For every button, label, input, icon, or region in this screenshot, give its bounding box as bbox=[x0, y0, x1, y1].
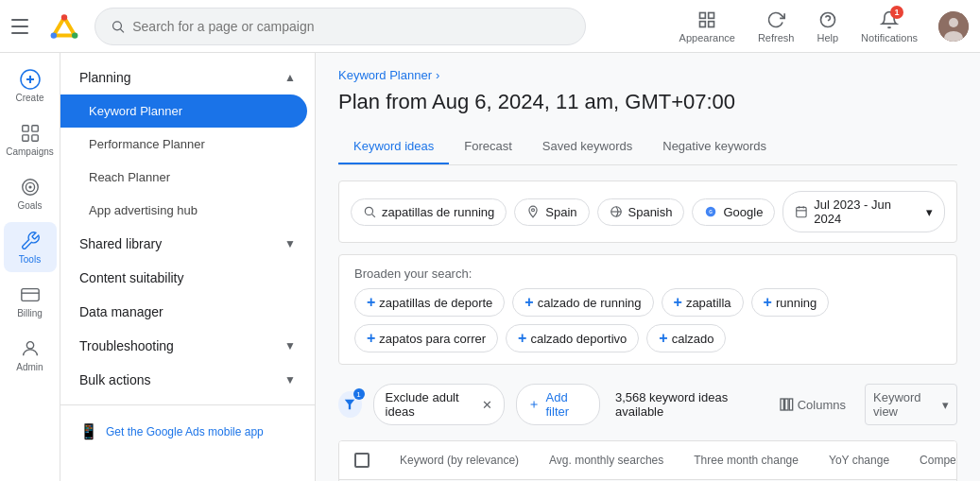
get-app-label: Get the Google Ads mobile app bbox=[106, 425, 264, 438]
broaden-chip-label-5: calzado deportivo bbox=[530, 332, 627, 346]
bulk-actions-label: Bulk actions bbox=[79, 372, 150, 387]
results-bar: 1 Exclude adult ideas ✕ Add filter 3,568… bbox=[338, 376, 957, 433]
remove-filter-icon[interactable]: ✕ bbox=[482, 398, 492, 412]
google-ads-logo bbox=[49, 11, 79, 42]
plus-icon-4: + bbox=[367, 330, 375, 347]
location-filter-value: Spain bbox=[545, 205, 576, 219]
plus-icon-2: + bbox=[674, 294, 682, 311]
nav-section-shared-library: Shared library ▼ bbox=[60, 227, 315, 261]
help-button[interactable]: Help bbox=[807, 6, 848, 47]
network-filter[interactable]: G Google bbox=[692, 198, 775, 226]
hamburger-menu[interactable] bbox=[11, 15, 34, 38]
data-manager-header[interactable]: Data manager bbox=[60, 295, 315, 329]
funnel-icon: 1 bbox=[338, 391, 362, 418]
content-suitability-label: Content suitability bbox=[79, 270, 184, 285]
exclude-adult-filter[interactable]: Exclude adult ideas ✕ bbox=[373, 384, 506, 425]
troubleshooting-chevron-icon: ▼ bbox=[284, 339, 296, 352]
nav-item-keyword-planner[interactable]: Keyword Planner bbox=[60, 94, 307, 128]
broaden-chip-0[interactable]: + zapatillas de deporte bbox=[354, 288, 505, 317]
avg-monthly-header[interactable]: Avg. monthly searches bbox=[534, 441, 679, 480]
tab-saved-keywords[interactable]: Saved keywords bbox=[527, 129, 647, 164]
broaden-chip-5[interactable]: + calzado deportivo bbox=[506, 324, 639, 352]
broaden-section: Broaden your search: + zapatillas de dep… bbox=[338, 254, 957, 365]
planning-label: Planning bbox=[79, 70, 131, 85]
keyword-header[interactable]: Keyword (by relevance) bbox=[385, 441, 534, 480]
date-filter[interactable]: Jul 2023 - Jun 2024 ▾ bbox=[782, 191, 945, 232]
nav-actions: Appearance Refresh Help 1 bbox=[670, 6, 969, 47]
notifications-button[interactable]: 1 Notifications bbox=[851, 6, 927, 47]
user-avatar[interactable] bbox=[938, 11, 969, 42]
keyword-filter[interactable]: zapatillas de running bbox=[351, 198, 507, 226]
svg-point-29 bbox=[365, 207, 372, 215]
tools-label: Tools bbox=[19, 254, 41, 265]
page-title: Plan from Aug 6, 2024, 11 am, GMT+07:00 bbox=[338, 90, 957, 114]
sidebar-item-billing[interactable]: Billing bbox=[4, 276, 57, 326]
sidebar-item-admin[interactable]: Admin bbox=[4, 330, 57, 380]
refresh-label: Refresh bbox=[758, 32, 795, 43]
search-bar[interactable] bbox=[95, 8, 586, 45]
competition-header[interactable]: Competition bbox=[904, 441, 957, 480]
filter-count-badge: 1 bbox=[353, 388, 365, 400]
planning-header[interactable]: Planning ▲ bbox=[60, 60, 315, 94]
svg-point-25 bbox=[29, 186, 31, 188]
location-filter[interactable]: Spain bbox=[514, 198, 589, 226]
sidebar-item-campaigns[interactable]: Campaigns bbox=[4, 114, 57, 164]
breadcrumb[interactable]: Keyword Planner › bbox=[338, 68, 957, 82]
add-filter-icon bbox=[528, 398, 540, 411]
refresh-button[interactable]: Refresh bbox=[748, 6, 804, 47]
select-all-checkbox[interactable] bbox=[354, 453, 370, 468]
billing-label: Billing bbox=[17, 308, 43, 318]
main-layout: Create Campaigns Goals Tools Billing bbox=[0, 53, 980, 481]
search-input[interactable] bbox=[132, 19, 570, 34]
tab-keyword-ideas[interactable]: Keyword ideas bbox=[338, 129, 449, 164]
nav-item-reach-planner[interactable]: Reach Planner bbox=[60, 161, 307, 194]
three-month-header[interactable]: Three month change bbox=[679, 441, 814, 480]
appearance-button[interactable]: Appearance bbox=[670, 6, 745, 47]
tab-forecast[interactable]: Forecast bbox=[449, 129, 527, 164]
keyword-view-button[interactable]: Keyword view ▾ bbox=[865, 384, 957, 425]
appearance-icon bbox=[696, 9, 717, 30]
svg-point-5 bbox=[113, 21, 122, 29]
planning-chevron-icon: ▲ bbox=[284, 71, 296, 84]
nav-divider bbox=[60, 404, 315, 405]
add-filter-button[interactable]: Add filter bbox=[516, 384, 600, 425]
svg-point-4 bbox=[61, 14, 67, 20]
nav-item-performance-planner[interactable]: Performance Planner bbox=[60, 128, 307, 161]
get-app-link[interactable]: 📱 Get the Google Ads mobile app bbox=[60, 413, 315, 450]
yoy-header[interactable]: YoY change bbox=[814, 441, 904, 480]
troubleshooting-header[interactable]: Troubleshooting ▼ bbox=[60, 329, 315, 363]
broaden-chip-4[interactable]: + zapatos para correr bbox=[354, 324, 498, 352]
nav-sidebar: Planning ▲ Keyword Planner Performance P… bbox=[60, 53, 316, 481]
language-filter[interactable]: Spanish bbox=[597, 198, 685, 226]
sidebar-item-create[interactable]: Create bbox=[4, 60, 57, 111]
plus-icon-1: + bbox=[524, 294, 533, 311]
bulk-actions-header[interactable]: Bulk actions ▼ bbox=[60, 363, 315, 397]
svg-rect-9 bbox=[700, 21, 706, 26]
breadcrumb-arrow: › bbox=[436, 68, 439, 82]
content-area: Keyword Planner › Plan from Aug 6, 2024,… bbox=[316, 53, 980, 481]
broaden-chip-1[interactable]: + calzado de running bbox=[512, 288, 653, 317]
broaden-chip-3[interactable]: + running bbox=[751, 288, 830, 317]
sidebar-item-goals[interactable]: Goals bbox=[4, 168, 57, 218]
goals-icon bbox=[19, 176, 42, 198]
nav-section-bulk-actions: Bulk actions ▼ bbox=[60, 363, 315, 397]
plus-icon-6: + bbox=[659, 330, 667, 347]
nav-section-data-manager: Data manager bbox=[60, 295, 315, 329]
sidebar-item-tools[interactable]: Tools bbox=[4, 222, 57, 272]
svg-point-14 bbox=[949, 18, 958, 27]
content-suitability-header[interactable]: Content suitability bbox=[60, 261, 315, 295]
date-chevron-icon: ▾ bbox=[926, 205, 933, 219]
table-header-row: Keyword (by relevance) Avg. monthly sear… bbox=[339, 441, 957, 480]
svg-point-3 bbox=[72, 32, 77, 38]
broaden-chips: + zapatillas de deporte + calzado de run… bbox=[354, 288, 941, 352]
svg-rect-35 bbox=[797, 207, 806, 216]
columns-label: Columns bbox=[798, 398, 846, 412]
broaden-chip-6[interactable]: + calzado bbox=[646, 324, 726, 352]
tab-negative-keywords[interactable]: Negative keywords bbox=[647, 129, 782, 164]
columns-button[interactable]: Columns bbox=[771, 391, 853, 418]
svg-point-2 bbox=[51, 32, 57, 38]
nav-item-app-advertising-hub[interactable]: App advertising hub bbox=[60, 194, 307, 227]
network-icon: G bbox=[704, 205, 717, 218]
broaden-chip-2[interactable]: + zapatilla bbox=[662, 288, 744, 317]
shared-library-header[interactable]: Shared library ▼ bbox=[60, 227, 315, 261]
